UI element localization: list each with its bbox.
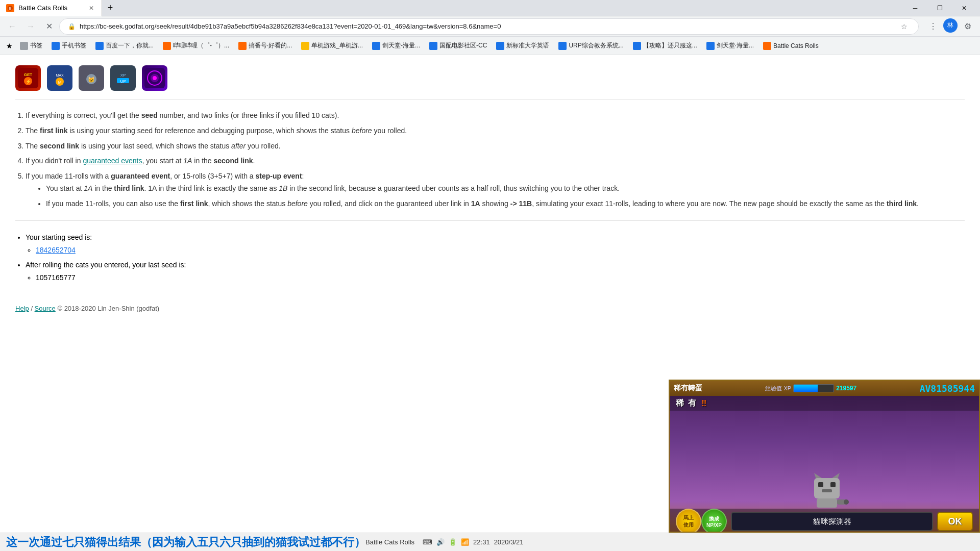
bookmark-icon-9 [558,42,567,50]
first-link-bold-sub2: first link [180,199,208,208]
tray-icon-1: ⌨ [423,538,432,546]
restore-btn[interactable]: ❐ [928,0,951,16]
bookmark-star-icon[interactable]: ☆ [898,20,910,33]
svg-rect-24 [818,482,823,487]
bookmark-item-11[interactable]: 剑天堂·海量... [702,39,758,52]
bookmark-label-5: 单机游戏_单机游... [311,41,363,50]
1b-italic-sub1: 1B [279,184,287,192]
bookmark-item-9[interactable]: URP综合教务系统... [554,39,627,52]
minimize-btn[interactable]: ─ [903,0,927,16]
1a-italic-sub1: 1A [84,184,92,192]
settings-icon[interactable]: ⚙ [960,18,976,35]
game-id: AV81585944 [920,383,975,394]
bookmark-item-5[interactable]: 单机游戏_单机游... [297,39,367,52]
instructions-section: If everything is correct, you'll get the… [15,110,965,210]
site-icon-cat[interactable]: 🐱 [79,65,104,91]
page-footer: Help / Source © 2018-2020 Lin Jen-Shin (… [15,305,965,312]
convert-np-xp-btn[interactable]: 換成 NP/XP [701,509,727,533]
nav-bar: ← → ✕ 🔒 https://bc-seek.godfat.org/seek/… [0,16,980,37]
source-link[interactable]: Source [35,305,56,312]
last-seed-value-item: 1057165777 [36,271,965,284]
bookmark-icon-10 [633,42,641,50]
reload-btn[interactable]: ✕ [41,18,57,35]
use-now-btn[interactable]: 馬上 使用 [676,509,701,533]
back-btn[interactable]: ← [4,18,20,35]
starting-seed-value-item: 1842652704 [36,244,965,257]
bookmark-icon-0 [20,42,28,50]
forward-btn[interactable]: → [22,18,39,35]
system-tray: ⌨ 🔊 🔋 📶 22:31 2020/3/21 [423,538,523,546]
cat-detector-label: 貓咪探測器 [813,517,851,527]
instruction-3: The second link is using your last seed,… [26,140,965,153]
site-icon-max[interactable]: MAX M [47,65,72,91]
xp-label: 經驗值 XP [765,385,791,392]
title-bar: B Battle Cats Rolls ✕ + ─ ❐ ✕ [0,0,980,16]
bookmark-item-8[interactable]: 新标准大学英语 [492,39,553,52]
svg-rect-27 [817,498,837,508]
first-link-bold-2: first link [40,127,67,135]
bookmark-label-10: 【攻略】还只服这... [643,41,697,50]
bookmark-label-12: Battle Cats Rolls [773,42,819,49]
url-bar[interactable]: 🔒 https://bc-seek.godfat.org/seek/result… [59,18,919,35]
sub-instruction-1: You start at 1A in the third link. 1A in… [46,183,965,195]
bookmark-label-1: 手机书签 [62,41,86,50]
bookmark-item-4[interactable]: 搞番号·好看的... [234,39,296,52]
bookmark-item-10[interactable]: 【攻略】还只服这... [629,39,701,52]
second-link-bold-4: second link [213,157,253,165]
tab-title: Battle Cats Rolls [18,4,83,12]
svg-rect-25 [830,482,836,487]
guaranteed-events-link[interactable]: guaranteed events [83,157,142,165]
svg-text:M: M [58,80,62,85]
instruction-5: If you made 11-rolls with a guaranteed e… [26,170,965,210]
status-right: Battle Cats Rolls ⌨ 🔊 🔋 📶 22:31 2020/3/2… [365,538,523,546]
bookmark-item-7[interactable]: 国配电影社区-CC [425,39,491,52]
help-link[interactable]: Help [15,305,29,312]
new-tab-btn[interactable]: + [102,0,118,16]
footer-sep: / [31,305,34,312]
step-up-bold-5: step-up event [256,172,302,180]
bookmark-icon-12 [763,42,771,50]
site-icon-get[interactable]: GET ⚡ [15,65,41,91]
svg-text:MAX: MAX [56,73,64,77]
svg-point-20 [153,76,157,80]
site-icon-circle[interactable] [142,65,167,91]
game-title: 稀有轉蛋 [674,384,702,393]
extensions-btn[interactable]: ⋮ [925,18,941,35]
bookmark-label-9: URP综合教务系统... [569,41,623,50]
date-display: 2020/3/21 [494,538,524,546]
bookmark-icon-8 [496,42,504,50]
close-btn[interactable]: ✕ [952,0,976,16]
second-link-bold-3: second link [40,142,79,150]
bookmark-item-2[interactable]: 百度一下，你就... [91,39,158,52]
bookmark-icon-11 [706,42,715,50]
bookmarks-icon[interactable]: ★ [4,42,15,50]
bookmark-item-6[interactable]: 剑天堂-海量... [368,39,424,52]
cat-detector-btn[interactable]: 貓咪探測器 [731,512,933,531]
starting-seed-label: Your starting seed is: [26,233,92,241]
bookmark-item-1[interactable]: 手机书签 [47,39,90,52]
bookmark-item-3[interactable]: 哔哩哔哩（゜-゜）... [159,39,233,52]
game-subtitle-bar: 稀 有 ‼ [670,396,979,411]
bookmark-item-12[interactable]: Battle Cats Rolls [759,40,823,52]
tab-close-btn[interactable]: ✕ [87,4,95,12]
svg-text:GET: GET [24,72,33,77]
last-seed-item: After rolling the cats you entered, your… [26,259,965,284]
browser-tab[interactable]: B Battle Cats Rolls ✕ [0,0,102,16]
bookmark-icon-1 [52,42,60,50]
user-profile-btn[interactable]: 林 [943,18,958,33]
xp-fill [794,385,818,392]
bookmark-icon-3 [163,42,171,50]
tray-icon-4: 📶 [461,538,469,546]
1a-bold-sub2: 1A [471,199,480,208]
starting-seed-link[interactable]: 1842652704 [36,246,76,254]
game-header-right: 經驗值 XP 219597 [765,384,856,392]
title-bar-left: B Battle Cats Rolls ✕ + [0,0,903,16]
game-body [670,411,979,509]
ok-btn[interactable]: OK [937,512,973,531]
tray-icon-3: 🔋 [449,538,457,546]
cat-svg [804,463,850,509]
last-seed-label: After rolling the cats you entered, your… [26,261,186,269]
before-italic-sub2: before [287,199,308,208]
bookmark-item-0[interactable]: 书签 [16,39,46,52]
site-icon-xp[interactable]: XP UP [110,65,136,91]
